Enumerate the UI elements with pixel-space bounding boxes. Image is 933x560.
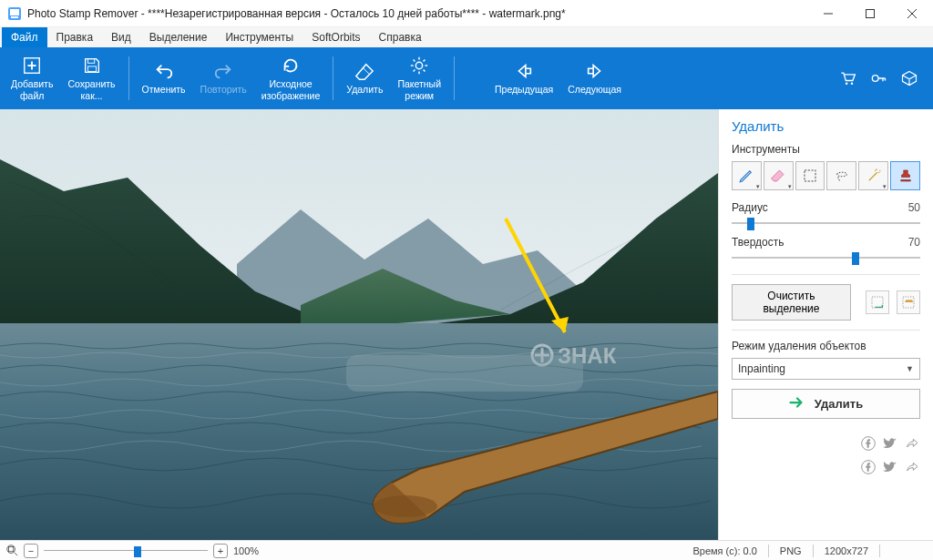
svg-line-19 bbox=[424, 70, 425, 72]
package-icon[interactable] bbox=[898, 67, 920, 89]
svg-rect-1 bbox=[10, 9, 19, 15]
ribbon-label: Исходное изображение bbox=[261, 78, 320, 100]
window-title: Photo Stamp Remover - ****Незарегистриро… bbox=[27, 7, 807, 20]
marquee-tool[interactable] bbox=[795, 161, 825, 190]
ribbon-label: Пакетный режим bbox=[397, 78, 441, 100]
svg-rect-31 bbox=[346, 355, 583, 392]
eraser-icon bbox=[354, 61, 374, 81]
menu-view[interactable]: Вид bbox=[102, 27, 140, 47]
refresh-icon bbox=[281, 56, 301, 76]
radius-slider[interactable] bbox=[732, 216, 920, 230]
remove-action-button[interactable]: Удалить bbox=[732, 389, 920, 419]
ribbon-label: Сохранить как... bbox=[67, 78, 115, 100]
pencil-tool[interactable]: ▾ bbox=[732, 161, 762, 190]
menu-help[interactable]: Справка bbox=[370, 27, 431, 47]
tool-row: ▾ ▾ ▾ bbox=[732, 161, 920, 190]
side-panel: Удалить Инструменты ▾ ▾ ▾ Радиус 50 Твер… bbox=[718, 109, 933, 540]
ribbon-label: Следующая bbox=[568, 84, 621, 95]
menu-selection[interactable]: Выделение bbox=[140, 27, 217, 47]
time-value: 0.0 bbox=[743, 545, 757, 556]
svg-line-21 bbox=[424, 60, 425, 62]
main-area: ЗНАК Удалить Инструменты ▾ ▾ ▾ Радиус 50 bbox=[0, 109, 933, 540]
zoom-in-button[interactable]: + bbox=[213, 544, 228, 558]
maximize-button[interactable] bbox=[849, 0, 891, 26]
facebook-icon-2[interactable] bbox=[860, 459, 877, 475]
hardness-value: 70 bbox=[908, 236, 920, 249]
add-file-button[interactable]: Добавить файл bbox=[4, 51, 60, 106]
prev-image-button[interactable]: Предыдущая bbox=[487, 51, 560, 106]
svg-line-18 bbox=[414, 60, 415, 62]
remove-mode-value: Inpainting bbox=[738, 362, 785, 375]
menu-edit[interactable]: Правка bbox=[47, 27, 103, 47]
share-icon[interactable] bbox=[904, 435, 920, 452]
minimize-button[interactable] bbox=[807, 0, 849, 26]
arrow-right-green-icon bbox=[789, 396, 805, 412]
share-icon-2[interactable] bbox=[904, 459, 920, 475]
fit-icon[interactable] bbox=[5, 544, 18, 558]
eraser-tool[interactable]: ▾ bbox=[764, 161, 794, 190]
menu-file[interactable]: Файл bbox=[2, 27, 47, 47]
undo-button[interactable]: Отменить bbox=[135, 51, 193, 106]
save-as-button[interactable]: Сохранить как... bbox=[60, 51, 122, 106]
batch-mode-button[interactable]: Пакетный режим bbox=[390, 51, 448, 106]
svg-point-23 bbox=[851, 83, 854, 86]
ribbon-label: Удалить bbox=[346, 84, 383, 95]
clear-selection-button[interactable]: Очистить выделение bbox=[732, 284, 851, 321]
twitter-icon[interactable] bbox=[882, 435, 898, 452]
redo-button[interactable]: Повторить bbox=[193, 51, 254, 106]
svg-rect-35 bbox=[872, 297, 883, 308]
svg-rect-2 bbox=[11, 16, 18, 18]
svg-rect-11 bbox=[87, 66, 96, 72]
arrow-left-icon bbox=[514, 61, 534, 81]
remove-mode-select[interactable]: Inpainting ▼ bbox=[732, 358, 920, 380]
svg-line-40 bbox=[15, 552, 18, 555]
zoom-percent: 100% bbox=[233, 545, 259, 556]
zoom-out-button[interactable]: − bbox=[24, 544, 38, 558]
stamp-tool[interactable] bbox=[890, 161, 920, 190]
svg-point-13 bbox=[416, 63, 423, 69]
cart-icon[interactable] bbox=[836, 67, 858, 89]
menu-tools[interactable]: Инструменты bbox=[216, 27, 302, 47]
titlebar: Photo Stamp Remover - ****Незарегистриро… bbox=[0, 0, 933, 27]
ribbon-label: Повторить bbox=[200, 84, 247, 95]
redo-icon bbox=[213, 61, 233, 81]
selection-save-icon[interactable] bbox=[866, 290, 889, 314]
radius-label: Радиус bbox=[732, 201, 903, 214]
hardness-slider[interactable] bbox=[732, 250, 920, 265]
time-label: Время (с): bbox=[692, 545, 740, 556]
canvas[interactable]: ЗНАК bbox=[0, 109, 718, 540]
svg-rect-41 bbox=[9, 546, 14, 551]
ribbon-label: Добавить файл bbox=[11, 78, 53, 100]
save-icon bbox=[82, 56, 102, 76]
hardness-label: Твердость bbox=[732, 236, 903, 249]
facebook-icon[interactable] bbox=[860, 435, 877, 452]
svg-point-27 bbox=[374, 495, 437, 517]
undo-icon bbox=[154, 61, 174, 81]
remove-mode-label: Режим удаления объектов bbox=[732, 340, 920, 352]
gear-icon bbox=[409, 56, 429, 76]
svg-line-20 bbox=[414, 70, 415, 72]
close-button[interactable] bbox=[891, 0, 933, 26]
magic-wand-tool[interactable]: ▾ bbox=[858, 161, 888, 190]
selection-load-icon[interactable] bbox=[897, 290, 920, 314]
ribbon-toolbar: Добавить файл Сохранить как... Отменить … bbox=[0, 47, 933, 109]
svg-rect-34 bbox=[805, 170, 815, 181]
remove-button[interactable]: Удалить bbox=[339, 51, 390, 106]
next-image-button[interactable]: Следующая bbox=[560, 51, 629, 106]
twitter-icon-2[interactable] bbox=[882, 459, 898, 475]
lasso-tool[interactable] bbox=[826, 161, 856, 190]
menu-softorbits[interactable]: SoftOrbits bbox=[302, 27, 369, 47]
chevron-down-icon: ▼ bbox=[906, 364, 914, 373]
reset-image-button[interactable]: Исходное изображение bbox=[254, 51, 327, 106]
menubar: Файл Правка Вид Выделение Инструменты So… bbox=[0, 27, 933, 47]
panel-heading: Удалить bbox=[732, 118, 920, 134]
key-icon[interactable] bbox=[867, 67, 889, 89]
statusbar: − + 100% Время (с): 0.0 PNG 1200x727 bbox=[0, 540, 933, 560]
arrow-right-icon bbox=[585, 61, 605, 81]
social-links bbox=[732, 435, 920, 475]
svg-rect-4 bbox=[866, 9, 875, 17]
tools-label: Инструменты bbox=[732, 143, 920, 156]
zoom-slider[interactable] bbox=[44, 544, 208, 558]
app-icon bbox=[7, 6, 22, 21]
ribbon-label: Предыдущая bbox=[495, 84, 553, 95]
